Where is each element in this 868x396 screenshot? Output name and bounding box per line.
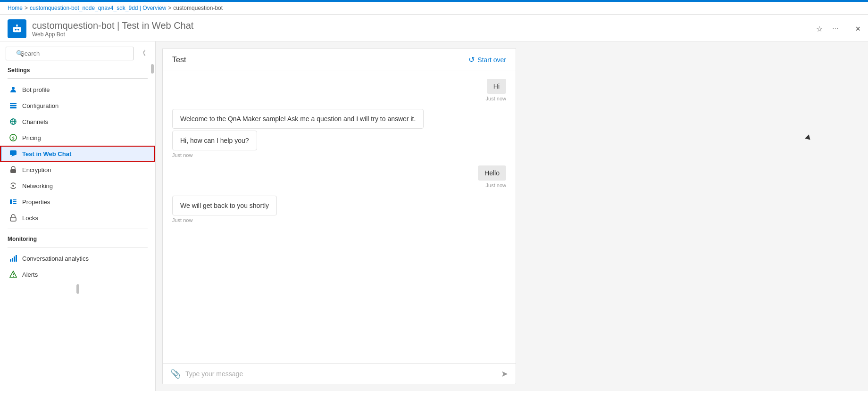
- sidebar-label-bot-profile: Bot profile: [22, 86, 50, 93]
- monitoring-section-label: Monitoring: [0, 232, 155, 244]
- svg-rect-20: [13, 203, 17, 204]
- sidebar-item-channels[interactable]: Channels: [0, 114, 155, 130]
- service-icon: [8, 19, 26, 38]
- svg-rect-27: [13, 276, 14, 277]
- svg-point-5: [12, 87, 15, 90]
- message-input[interactable]: [185, 370, 496, 378]
- start-over-label: Start over: [477, 56, 506, 64]
- chat-input-area: 📎 ➤: [163, 363, 516, 384]
- monitoring-divider: [8, 229, 148, 229]
- breadcrumb: Home > customquestion-bot_node_qnav4_sdk…: [0, 2, 868, 15]
- sidebar-label-encryption: Encryption: [22, 166, 51, 173]
- settings-section-label: Settings: [0, 63, 155, 75]
- breadcrumb-home[interactable]: Home: [8, 5, 23, 11]
- collapse-sidebar-button[interactable]: 《: [135, 46, 150, 60]
- close-icon[interactable]: ×: [855, 24, 860, 34]
- person-icon: [9, 85, 17, 94]
- sidebar-item-configuration[interactable]: Configuration: [0, 98, 155, 114]
- sidebar-item-locks[interactable]: Locks: [0, 210, 155, 226]
- sidebar-label-pricing: Pricing: [22, 134, 41, 141]
- svg-rect-26: [13, 273, 14, 275]
- start-over-button[interactable]: ↺ Start over: [468, 55, 506, 64]
- sidebar-label-networking: Networking: [22, 182, 53, 190]
- user-bubble-hi: Hi: [487, 79, 506, 94]
- sidebar-label-conversational-analytics: Conversational analytics: [22, 255, 89, 262]
- monitoring-divider2: [8, 247, 148, 248]
- svg-rect-25: [16, 255, 17, 262]
- scroll-down-area: [0, 282, 155, 296]
- sidebar-item-pricing[interactable]: $ Pricing: [0, 130, 155, 146]
- bot-message-help: Hi, how can I help you?: [172, 131, 506, 150]
- favorite-icon[interactable]: ☆: [814, 23, 825, 35]
- page-header: customquestion-bot | Test in Web Chat We…: [0, 15, 868, 41]
- sidebar-item-networking[interactable]: Networking: [0, 178, 155, 194]
- user-bubble-hello: Hello: [478, 165, 506, 181]
- sidebar-label-test-in-web-chat: Test in Web Chat: [22, 150, 71, 157]
- page-subtitle: Web App Bot: [32, 31, 814, 38]
- sidebar-item-properties[interactable]: Properties: [0, 194, 155, 210]
- header-actions: ☆ ··· ×: [814, 23, 860, 35]
- user-message-hello: Hello: [172, 165, 506, 181]
- sidebar-label-properties: Properties: [22, 198, 50, 206]
- svg-rect-22: [10, 259, 11, 262]
- main-layout: 🔍 《 Settings Bot profile: [0, 41, 868, 391]
- search-input[interactable]: [6, 47, 134, 60]
- svg-rect-15: [10, 169, 16, 173]
- sidebar: 🔍 《 Settings Bot profile: [0, 41, 156, 391]
- breadcrumb-sep2: >: [168, 5, 171, 11]
- bot-message-back: We will get back to you shortly: [172, 196, 506, 215]
- svg-point-1: [15, 29, 17, 31]
- bot-bubble-back: We will get back to you shortly: [172, 196, 277, 215]
- network-icon: [9, 182, 17, 190]
- svg-rect-7: [10, 105, 17, 107]
- sidebar-item-alerts[interactable]: Alerts: [0, 266, 155, 282]
- sidebar-item-encryption[interactable]: Encryption: [0, 162, 155, 178]
- svg-rect-0: [13, 27, 21, 32]
- svg-point-4: [16, 25, 18, 26]
- breadcrumb-resource[interactable]: customquestion-bot_node_qnav4_sdk_9dd | …: [30, 5, 166, 11]
- svg-rect-24: [14, 256, 15, 262]
- svg-point-16: [12, 185, 14, 187]
- sidebar-label-locks: Locks: [22, 214, 38, 222]
- svg-rect-17: [10, 199, 12, 204]
- svg-text:$: $: [12, 136, 14, 140]
- send-icon[interactable]: ➤: [501, 369, 508, 379]
- svg-rect-21: [10, 217, 16, 221]
- sidebar-label-alerts: Alerts: [22, 271, 38, 278]
- attachment-icon[interactable]: 📎: [170, 369, 181, 379]
- breadcrumb-sep1: >: [25, 5, 28, 11]
- header-titles: customquestion-bot | Test in Web Chat We…: [32, 20, 814, 38]
- breadcrumb-current: customquestion-bot: [173, 5, 223, 11]
- cursor: [806, 136, 811, 140]
- bot-bubble-help: Hi, how can I help you?: [172, 131, 257, 150]
- analytics-icon: [9, 254, 17, 263]
- chat-panel: Test ↺ Start over Hi Just now Welcome to…: [162, 48, 516, 384]
- bars-icon: [9, 198, 17, 206]
- sidebar-label-channels: Channels: [22, 118, 48, 125]
- sidebar-item-conversational-analytics[interactable]: Conversational analytics: [0, 250, 155, 266]
- sidebar-item-test-in-web-chat[interactable]: Test in Web Chat: [0, 146, 155, 162]
- sidebar-item-bot-profile[interactable]: Bot profile: [0, 82, 155, 98]
- bot-bubble-welcome: Welcome to the QnA Maker sample! Ask me …: [172, 109, 424, 129]
- page-title: customquestion-bot | Test in Web Chat: [32, 20, 814, 31]
- bot-message-welcome: Welcome to the QnA Maker sample! Ask me …: [172, 109, 506, 129]
- chat-title: Test: [172, 56, 186, 64]
- svg-rect-23: [12, 258, 13, 262]
- svg-rect-6: [10, 103, 17, 104]
- config-icon: [9, 101, 17, 110]
- lock-icon: [9, 165, 17, 174]
- more-options-icon[interactable]: ···: [830, 23, 840, 35]
- svg-rect-8: [10, 107, 17, 108]
- svg-rect-19: [13, 201, 17, 202]
- bot-icon: [12, 24, 22, 34]
- lock2-icon: [9, 214, 17, 222]
- svg-rect-18: [13, 199, 17, 200]
- sidebar-label-configuration: Configuration: [22, 102, 58, 109]
- scroll-down-indicator: [76, 284, 79, 294]
- user-message-hi: Hi: [172, 79, 506, 94]
- user-timestamp-hello: Just now: [172, 182, 506, 188]
- user-timestamp-hi: Just now: [172, 96, 506, 101]
- content-area: Test ↺ Start over Hi Just now Welcome to…: [156, 41, 868, 391]
- bot-timestamp-help: Just now: [172, 152, 506, 158]
- svg-point-2: [17, 29, 19, 31]
